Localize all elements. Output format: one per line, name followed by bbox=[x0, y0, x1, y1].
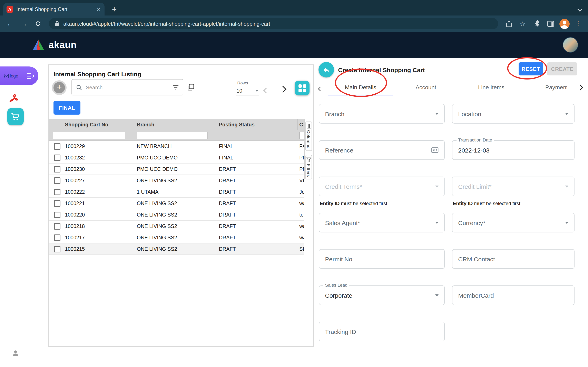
table-row[interactable]: 1000222 1 UTAMA DRAFT Jo bbox=[49, 186, 304, 198]
crm-contact-field[interactable]: CRM Contact bbox=[452, 249, 575, 269]
grid-view-button[interactable] bbox=[295, 81, 310, 95]
tab-list-chevron-icon[interactable] bbox=[578, 5, 581, 13]
column-header[interactable]: Posting Status bbox=[217, 119, 298, 130]
row-checkbox[interactable] bbox=[54, 154, 61, 161]
address-bar[interactable]: akaun.cloud/#/applet/tnt/wavelet/erp/int… bbox=[49, 18, 498, 29]
table-row[interactable]: 1000229 NEW BRANCH FINAL Fa bbox=[49, 141, 304, 152]
reference-lookup-icon[interactable] bbox=[431, 147, 439, 153]
filter-list-icon[interactable] bbox=[172, 85, 179, 90]
table-row[interactable]: 1000221 ONE LIVING SS2 DRAFT wa bbox=[49, 198, 304, 209]
back-button[interactable]: ← bbox=[4, 17, 16, 30]
browser-tab[interactable]: A Internal Shopping Cart × bbox=[3, 3, 104, 16]
screen: A Internal Shopping Cart × + ← → akaun.c… bbox=[0, 0, 588, 367]
reload-button[interactable] bbox=[32, 17, 44, 30]
columns-tab-label: Columns bbox=[306, 130, 311, 149]
filters-side-tab[interactable]: Filters bbox=[305, 155, 312, 179]
crm-contact-label: CRM Contact bbox=[458, 256, 568, 262]
row-checkbox[interactable] bbox=[54, 189, 61, 195]
prev-page-button[interactable] bbox=[264, 87, 268, 94]
tab-close-icon[interactable]: × bbox=[96, 6, 101, 13]
bookmark-button[interactable]: ☆ bbox=[517, 18, 528, 29]
tab-account[interactable]: Account bbox=[393, 79, 458, 95]
table-row[interactable]: 1000232 PMO UCC DEMO FINAL PN bbox=[49, 152, 304, 164]
rail-logo-pill[interactable]: logo bbox=[0, 67, 38, 85]
reset-button[interactable]: RESET bbox=[519, 62, 543, 75]
membercard-field[interactable]: MemberCard bbox=[452, 285, 575, 305]
cart-icon bbox=[11, 112, 20, 121]
columns-side-tab[interactable]: Columns bbox=[305, 122, 312, 151]
table-row[interactable]: 1000230 PMO UCC DEMO DRAFT PN bbox=[49, 164, 304, 175]
duplicate-view-button[interactable] bbox=[187, 83, 194, 92]
profile-button[interactable] bbox=[559, 18, 570, 29]
tab-main-details[interactable]: Main Details bbox=[328, 79, 393, 95]
column-header[interactable]: Shopping Cart No bbox=[63, 119, 135, 130]
created-cell: wa bbox=[298, 223, 304, 229]
branch-field[interactable]: Branch bbox=[319, 104, 445, 124]
add-button[interactable]: + bbox=[52, 80, 67, 95]
new-tab-button[interactable]: + bbox=[109, 4, 120, 15]
credit-limit-field[interactable]: Credit Limit* bbox=[452, 176, 575, 196]
credit-terms-field[interactable]: Credit Terms* bbox=[319, 176, 445, 196]
browser-toolbar: ← → akaun.cloud/#/applet/tnt/wavelet/erp… bbox=[0, 16, 588, 32]
sidebar-toggle-icon[interactable] bbox=[26, 73, 34, 79]
tracking-id-field[interactable]: Tracking ID bbox=[319, 322, 445, 341]
tracking-id-label: Tracking ID bbox=[325, 328, 439, 335]
status-cell: DRAFT bbox=[217, 223, 298, 229]
table-row[interactable]: 1000218 ONE LIVING SS2 DRAFT wa bbox=[49, 221, 304, 232]
reference-label: Reference bbox=[325, 147, 431, 154]
column-header[interactable]: C bbox=[298, 119, 304, 130]
search-input[interactable] bbox=[85, 84, 169, 91]
star-icon: ☆ bbox=[520, 20, 526, 27]
user-avatar[interactable] bbox=[563, 37, 578, 53]
row-checkbox[interactable] bbox=[54, 143, 61, 150]
location-field[interactable]: Location bbox=[452, 104, 575, 124]
tabs-scroll-left-button[interactable] bbox=[319, 85, 322, 92]
row-checkbox[interactable] bbox=[54, 166, 61, 172]
side-panel-button[interactable] bbox=[545, 18, 556, 29]
next-page-button[interactable] bbox=[281, 86, 285, 93]
chevron-down-icon bbox=[565, 222, 568, 224]
search-box[interactable] bbox=[71, 79, 183, 95]
pdf-applet-button[interactable] bbox=[9, 93, 19, 105]
filter-input-branch[interactable] bbox=[137, 132, 208, 139]
row-checkbox[interactable] bbox=[54, 223, 61, 229]
tab-line-items[interactable]: Line Items bbox=[458, 79, 524, 95]
currency-field[interactable]: Currency* bbox=[452, 213, 575, 233]
rows-per-page-select[interactable]: 10 bbox=[236, 86, 259, 95]
created-cell: te bbox=[298, 212, 304, 217]
app-logo[interactable]: akaun bbox=[32, 39, 77, 50]
share-button[interactable] bbox=[503, 18, 515, 29]
permit-no-field[interactable]: Permit No bbox=[319, 249, 445, 269]
browser-menu-button[interactable]: ⋮ bbox=[572, 18, 584, 29]
filter-funnel-icon bbox=[306, 157, 311, 162]
table-row[interactable]: 1000217 ONE LIVING SS2 DRAFT wa bbox=[49, 232, 304, 243]
table-row[interactable]: 1000220 ONE LIVING SS2 DRAFT te bbox=[49, 209, 304, 221]
back-button-panel[interactable] bbox=[319, 62, 334, 77]
row-checkbox[interactable] bbox=[54, 234, 61, 241]
filter-input-created[interactable] bbox=[299, 132, 304, 139]
forward-button[interactable]: → bbox=[18, 17, 30, 30]
table-header-row: Shopping Cart No Branch Posting Status C bbox=[49, 119, 304, 130]
sales-agent-field[interactable]: Sales Agent* bbox=[319, 213, 445, 233]
final-filter-button[interactable]: FINAL bbox=[53, 101, 80, 115]
tab-favicon: A bbox=[7, 6, 13, 12]
shopping-cart-applet-button[interactable] bbox=[7, 108, 24, 125]
row-checkbox[interactable] bbox=[54, 246, 61, 252]
row-checkbox[interactable] bbox=[54, 211, 61, 218]
filter-input-cart-no[interactable] bbox=[53, 132, 125, 139]
reference-field[interactable]: Reference bbox=[319, 140, 445, 160]
row-checkbox[interactable] bbox=[54, 200, 61, 207]
sales-lead-field[interactable]: Sales Lead Corporate bbox=[319, 285, 445, 305]
table-row[interactable]: 1000215 ONE LIVING SS2 DRAFT SE bbox=[49, 243, 304, 255]
lock-icon bbox=[55, 21, 60, 26]
account-button[interactable] bbox=[11, 349, 20, 359]
branch-cell: ONE LIVING SS2 bbox=[135, 212, 217, 217]
extensions-button[interactable] bbox=[531, 18, 542, 29]
transaction-date-field[interactable]: Transaction Date 2022-12-03 bbox=[452, 140, 575, 160]
row-checkbox[interactable] bbox=[54, 177, 61, 184]
column-header[interactable]: Branch bbox=[135, 119, 217, 130]
tabs-scroll-right-button[interactable] bbox=[567, 79, 588, 95]
table-row[interactable]: 1000227 ONE LIVING SS2 DRAFT VI bbox=[49, 175, 304, 186]
create-button[interactable]: CREATE bbox=[547, 62, 577, 75]
created-cell: Jo bbox=[298, 189, 304, 195]
